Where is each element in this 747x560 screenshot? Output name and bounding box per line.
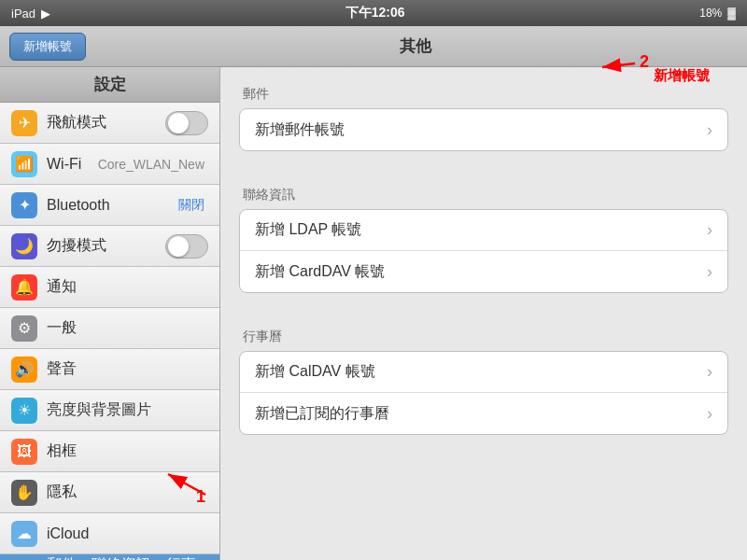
sidebar-item-label-sound: 聲音 [47,359,208,379]
sidebar-item-photoframe[interactable]: 🖼相框 [0,431,219,472]
section-group: 新增郵件帳號› [239,108,728,151]
content-row[interactable]: 新增 LDAP 帳號› [240,210,727,251]
section-group: 新增 LDAP 帳號›新增 CardDAV 帳號› [239,209,728,293]
section-group: 新增 CalDAV 帳號›新增已訂閱的行事曆› [239,351,728,435]
notification-icon: 🔔 [11,274,37,301]
sidebar-item-label-mail: 郵件、聯絡資訊、行事曆 [47,555,208,561]
section-title: 聯絡資訊 [239,187,728,203]
row-label: 新增 CalDAV 帳號 [255,362,707,382]
sidebar-item-label-bluetooth: Bluetooth [47,197,178,214]
sidebar-item-wallpaper[interactable]: ☀亮度與背景圖片 [0,390,219,431]
row-label: 新增 CardDAV 帳號 [255,262,707,282]
wifi-icon: 📶 [11,151,37,177]
battery-percentage: 18% [699,7,722,20]
chevron-right-icon: › [707,404,712,424]
status-left: iPad ▶ [11,7,50,21]
row-label: 新增 LDAP 帳號 [255,220,707,240]
section-title: 行事曆 [239,329,728,345]
tab-bar-title: 其他 [93,35,738,57]
content-row[interactable]: 新增郵件帳號› [240,109,727,150]
status-time: 下午12:06 [345,5,405,21]
sidebar-item-label-wallpaper: 亮度與背景圖片 [47,400,208,420]
status-bar: iPad ▶ 下午12:06 18% ▓ [0,0,747,26]
content-section-聯絡資訊: 聯絡資訊新增 LDAP 帳號›新增 CardDAV 帳號› [220,168,747,293]
sidebar-items-container: ✈飛航模式📶Wi-FiCore_WLAN_New✦Bluetooth關閉🌙勿擾模… [0,103,219,560]
donotdisturb-icon: 🌙 [11,233,37,259]
chevron-right-icon: › [707,220,712,240]
donotdisturb-toggle[interactable] [165,234,208,259]
sidebar-item-icloud[interactable]: ☁iCloud [0,513,219,554]
signal-icon: ▶ [41,7,50,21]
sidebar-item-sound[interactable]: 🔊聲音 [0,349,219,390]
sidebar-item-privacy[interactable]: ✋隱私 [0,472,219,513]
sidebar-item-donotdisturb[interactable]: 🌙勿擾模式 [0,226,219,267]
section-title: 郵件 [239,86,728,103]
tab-bar: 新增帳號 其他 [0,26,747,67]
sidebar-item-airplane[interactable]: ✈飛航模式 [0,103,219,144]
sidebar-header: 設定 [0,67,219,103]
sidebar-item-label-donotdisturb: 勿擾模式 [47,236,165,256]
row-label: 新增已訂閱的行事曆 [255,404,707,424]
airplane-toggle[interactable] [165,111,208,135]
sidebar: 設定 ✈飛航模式📶Wi-FiCore_WLAN_New✦Bluetooth關閉🌙… [0,67,220,560]
status-right: 18% ▓ [699,7,736,20]
airplane-icon: ✈ [11,110,37,136]
photoframe-icon: 🖼 [11,439,37,465]
content-section-郵件: 郵件新增郵件帳號› [220,67,747,151]
content-sections-container: 郵件新增郵件帳號›聯絡資訊新增 LDAP 帳號›新增 CardDAV 帳號›行事… [220,67,747,435]
content-row[interactable]: 新增已訂閱的行事曆› [240,393,727,434]
chevron-right-icon: › [707,120,712,140]
sidebar-item-label-photoframe: 相框 [47,441,208,461]
wallpaper-icon: ☀ [11,398,37,424]
privacy-icon: ✋ [11,480,37,506]
sidebar-item-label-wifi: Wi-Fi [47,156,98,173]
content-area: 郵件新增郵件帳號›聯絡資訊新增 LDAP 帳號›新增 CardDAV 帳號›行事… [220,67,747,560]
icloud-icon: ☁ [11,521,37,547]
wifi-value: Core_WLAN_New [98,157,204,172]
sidebar-item-label-icloud: iCloud [47,525,208,542]
chevron-right-icon: › [707,362,712,382]
main-layout: 設定 ✈飛航模式📶Wi-FiCore_WLAN_New✦Bluetooth關閉🌙… [0,67,747,560]
bluetooth-icon: ✦ [11,192,37,218]
bluetooth-value: 關閉 [178,197,204,214]
sidebar-item-bluetooth[interactable]: ✦Bluetooth關閉 [0,185,219,226]
sidebar-item-mail[interactable]: ✉郵件、聯絡資訊、行事曆 [0,554,219,560]
battery-icon: ▓ [727,7,736,20]
sidebar-item-label-general: 一般 [47,318,208,338]
ipad-label: iPad [11,7,35,21]
sidebar-item-general[interactable]: ⚙一般 [0,308,219,349]
add-account-tab-label: 新增帳號 [23,38,72,55]
content-section-行事曆: 行事曆新增 CalDAV 帳號›新增已訂閱的行事曆› [220,310,747,435]
content-row[interactable]: 新增 CalDAV 帳號› [240,352,727,393]
sidebar-item-label-airplane: 飛航模式 [47,113,165,133]
add-account-tab[interactable]: 新增帳號 [9,33,86,61]
sidebar-title: 設定 [94,74,126,95]
chevron-right-icon: › [707,262,712,282]
sidebar-item-wifi[interactable]: 📶Wi-FiCore_WLAN_New [0,144,219,185]
sidebar-item-notification[interactable]: 🔔通知 [0,267,219,308]
general-icon: ⚙ [11,315,37,342]
sidebar-item-label-notification: 通知 [47,277,208,297]
sound-icon: 🔊 [11,357,37,383]
sidebar-item-label-privacy: 隱私 [47,483,208,502]
row-label: 新增郵件帳號 [255,120,707,140]
content-row[interactable]: 新增 CardDAV 帳號› [240,251,727,292]
